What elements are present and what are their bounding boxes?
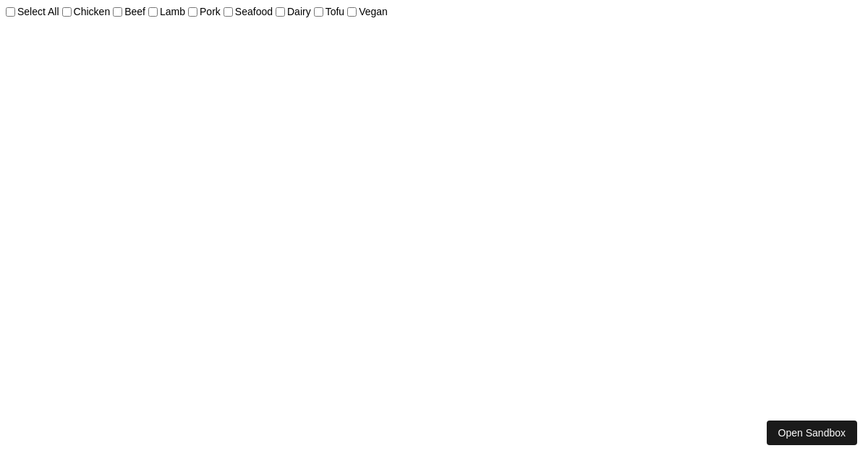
label-chicken[interactable]: Chicken <box>74 6 111 17</box>
label-vegan[interactable]: Vegan <box>359 6 388 17</box>
checkbox-item-vegan: Vegan <box>347 6 388 17</box>
checkbox-tofu[interactable] <box>314 7 323 17</box>
checkbox-item-pork: Pork <box>188 6 221 17</box>
checkbox-lamb[interactable] <box>148 7 158 17</box>
open-sandbox-button[interactable]: Open Sandbox <box>767 421 857 445</box>
checkbox-item-beef: Beef <box>113 6 145 17</box>
checkbox-seafood[interactable] <box>224 7 233 17</box>
checkbox-filter-row: Select AllChickenBeefLambPorkSeafoodDair… <box>0 0 868 23</box>
label-lamb[interactable]: Lamb <box>160 6 185 17</box>
checkbox-beef[interactable] <box>113 7 122 17</box>
checkbox-select-all[interactable] <box>6 7 15 17</box>
checkbox-item-chicken: Chicken <box>62 6 111 17</box>
label-seafood[interactable]: Seafood <box>235 6 273 17</box>
checkbox-chicken[interactable] <box>62 7 72 17</box>
checkbox-item-dairy: Dairy <box>276 6 311 17</box>
checkbox-vegan[interactable] <box>347 7 357 17</box>
label-dairy[interactable]: Dairy <box>287 6 311 17</box>
checkbox-item-seafood: Seafood <box>224 6 273 17</box>
label-select-all[interactable]: Select All <box>17 6 59 17</box>
label-tofu[interactable]: Tofu <box>326 6 344 17</box>
label-beef[interactable]: Beef <box>124 6 145 17</box>
checkbox-item-select-all: Select All <box>6 6 59 17</box>
checkbox-item-tofu: Tofu <box>314 6 344 17</box>
label-pork[interactable]: Pork <box>200 6 221 17</box>
checkbox-pork[interactable] <box>188 7 197 17</box>
checkbox-item-lamb: Lamb <box>148 6 185 17</box>
checkbox-dairy[interactable] <box>276 7 285 17</box>
